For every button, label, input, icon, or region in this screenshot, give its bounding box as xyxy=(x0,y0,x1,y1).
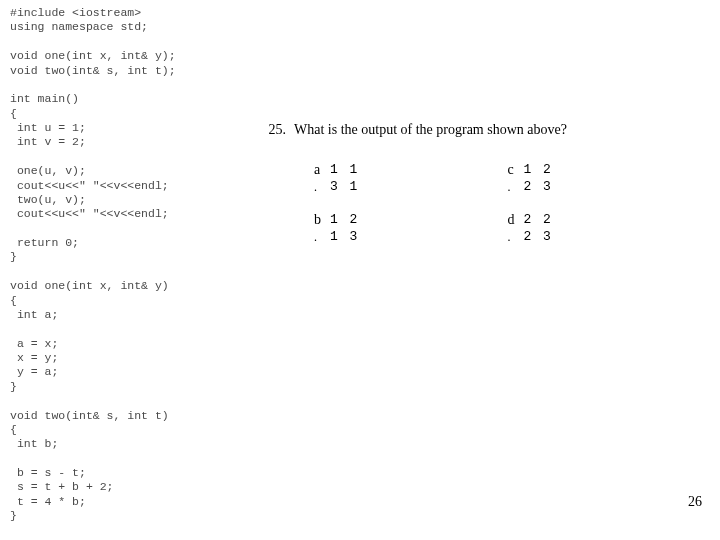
code-listing: #include <iostream> using namespace std;… xyxy=(10,6,176,524)
choice-c-line1: 1 2 xyxy=(523,162,552,177)
choice-d-line1: 2 2 xyxy=(523,212,552,227)
choice-c-label: c xyxy=(507,162,513,177)
choice-a-line1: 1 1 xyxy=(330,162,359,177)
choice-dot: . xyxy=(314,180,317,194)
choice-b-label: b xyxy=(314,212,321,227)
choice-b-line1: 1 2 xyxy=(330,212,359,227)
question-text: What is the output of the program shown … xyxy=(294,122,708,138)
choice-a-label: a xyxy=(314,162,320,177)
choice-d-label: d xyxy=(507,212,514,227)
question-number: 25. xyxy=(258,122,294,138)
choice-b: b . 1 2 1 3 xyxy=(314,212,359,246)
choice-dot: . xyxy=(507,230,510,244)
choice-d-line2: 2 3 xyxy=(523,229,552,244)
answer-choices: a . 1 1 3 1 b . 1 2 1 3 c . 1 2 2 3 xyxy=(258,162,708,262)
question-block: 25. What is the output of the program sh… xyxy=(258,122,708,262)
page-number: 26 xyxy=(688,494,702,510)
choice-a: a . 1 1 3 1 xyxy=(314,162,359,196)
choice-dot: . xyxy=(507,180,510,194)
choice-c-line2: 2 3 xyxy=(523,179,552,194)
choice-b-line2: 1 3 xyxy=(330,229,359,244)
choice-dot: . xyxy=(314,230,317,244)
choice-a-line2: 3 1 xyxy=(330,179,359,194)
choice-c: c . 1 2 2 3 xyxy=(507,162,552,196)
choice-d: d . 2 2 2 3 xyxy=(507,212,552,246)
